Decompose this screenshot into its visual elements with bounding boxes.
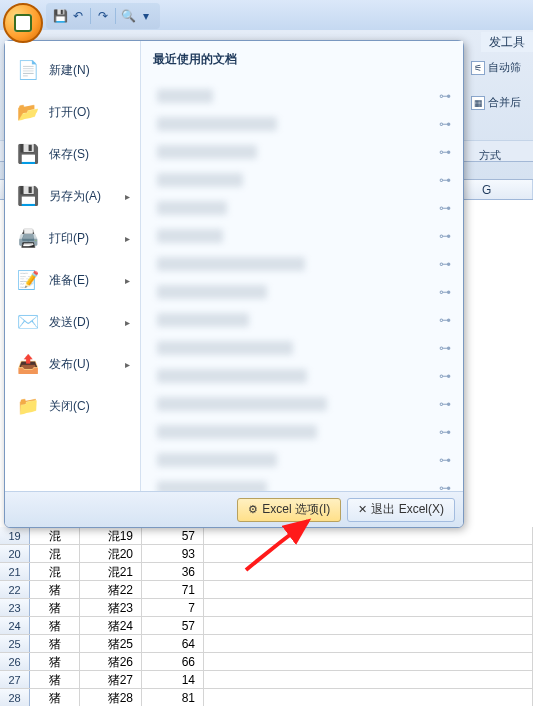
cell[interactable]: 57 xyxy=(142,527,204,544)
pin-icon[interactable]: ⊶ xyxy=(439,201,451,215)
row-header[interactable]: 25 xyxy=(0,635,30,652)
table-row[interactable]: 24猪猪2457 xyxy=(0,617,533,635)
recent-document-item[interactable]: ⊶ xyxy=(153,110,455,138)
row-header[interactable]: 26 xyxy=(0,653,30,670)
office-button[interactable] xyxy=(3,3,43,43)
cell[interactable] xyxy=(204,599,533,616)
recent-document-item[interactable]: ⊶ xyxy=(153,194,455,222)
table-row[interactable]: 19混混1957 xyxy=(0,527,533,545)
cell[interactable]: 14 xyxy=(142,671,204,688)
cell[interactable]: 混19 xyxy=(80,527,142,544)
pin-icon[interactable]: ⊶ xyxy=(439,369,451,383)
cell[interactable]: 混 xyxy=(30,527,80,544)
recent-document-item[interactable]: ⊶ xyxy=(153,166,455,194)
pin-icon[interactable]: ⊶ xyxy=(439,257,451,271)
pin-icon[interactable]: ⊶ xyxy=(439,397,451,411)
row-header[interactable]: 22 xyxy=(0,581,30,598)
recent-document-item[interactable]: ⊶ xyxy=(153,390,455,418)
pin-icon[interactable]: ⊶ xyxy=(439,453,451,467)
recent-document-item[interactable]: ⊶ xyxy=(153,306,455,334)
menu-close[interactable]: 📁 关闭(C) xyxy=(9,385,136,427)
table-row[interactable]: 28猪猪2881 xyxy=(0,689,533,706)
exit-excel-button[interactable]: ✕ 退出 Excel(X) xyxy=(347,498,455,522)
cell[interactable]: 猪24 xyxy=(80,617,142,634)
recent-document-item[interactable]: ⊶ xyxy=(153,82,455,110)
table-row[interactable]: 26猪猪2666 xyxy=(0,653,533,671)
row-header[interactable]: 19 xyxy=(0,527,30,544)
cell[interactable]: 猪27 xyxy=(80,671,142,688)
cell[interactable]: 93 xyxy=(142,545,204,562)
cell[interactable]: 猪 xyxy=(30,689,80,706)
cell[interactable]: 猪 xyxy=(30,671,80,688)
qat-dropdown-icon[interactable]: ▾ xyxy=(138,8,154,24)
cell[interactable]: 猪 xyxy=(30,635,80,652)
cell[interactable] xyxy=(204,563,533,580)
cell[interactable]: 71 xyxy=(142,581,204,598)
recent-document-item[interactable]: ⊶ xyxy=(153,250,455,278)
merge-button[interactable]: ▦合并后 xyxy=(469,91,531,114)
cell[interactable] xyxy=(204,689,533,706)
cell[interactable]: 猪28 xyxy=(80,689,142,706)
pin-icon[interactable]: ⊶ xyxy=(439,425,451,439)
recent-document-item[interactable]: ⊶ xyxy=(153,474,455,491)
cell[interactable]: 64 xyxy=(142,635,204,652)
pin-icon[interactable]: ⊶ xyxy=(439,481,451,491)
cell[interactable] xyxy=(204,653,533,670)
cell[interactable] xyxy=(204,635,533,652)
cell[interactable] xyxy=(204,581,533,598)
cell[interactable]: 猪 xyxy=(30,581,80,598)
pin-icon[interactable]: ⊶ xyxy=(439,313,451,327)
cell[interactable]: 猪 xyxy=(30,599,80,616)
excel-options-button[interactable]: ⚙ Excel 选项(I) xyxy=(237,498,341,522)
menu-new[interactable]: 📄 新建(N) xyxy=(9,49,136,91)
redo-icon[interactable]: ↷ xyxy=(95,8,111,24)
cell[interactable]: 猪25 xyxy=(80,635,142,652)
autofilter-button[interactable]: ⚟自动筛 xyxy=(469,56,531,79)
menu-save[interactable]: 💾 保存(S) xyxy=(9,133,136,175)
row-header[interactable]: 27 xyxy=(0,671,30,688)
cell[interactable]: 猪23 xyxy=(80,599,142,616)
recent-document-item[interactable]: ⊶ xyxy=(153,418,455,446)
print-preview-icon[interactable]: 🔍 xyxy=(120,8,136,24)
row-header[interactable]: 23 xyxy=(0,599,30,616)
menu-open[interactable]: 📂 打开(O) xyxy=(9,91,136,133)
table-row[interactable]: 20混混2093 xyxy=(0,545,533,563)
cell[interactable] xyxy=(204,617,533,634)
row-header[interactable]: 24 xyxy=(0,617,30,634)
pin-icon[interactable]: ⊶ xyxy=(439,285,451,299)
pin-icon[interactable]: ⊶ xyxy=(439,341,451,355)
cell[interactable]: 混 xyxy=(30,563,80,580)
pin-icon[interactable]: ⊶ xyxy=(439,117,451,131)
menu-saveas[interactable]: 💾 另存为(A) ▸ xyxy=(9,175,136,217)
table-row[interactable]: 22猪猪2271 xyxy=(0,581,533,599)
menu-publish[interactable]: 📤 发布(U) ▸ xyxy=(9,343,136,385)
worksheet-grid[interactable]: 19混混195720混混209321混混213622猪猪227123猪猪2372… xyxy=(0,527,533,706)
cell[interactable]: 66 xyxy=(142,653,204,670)
pin-icon[interactable]: ⊶ xyxy=(439,145,451,159)
cell[interactable]: 36 xyxy=(142,563,204,580)
table-row[interactable]: 23猪猪237 xyxy=(0,599,533,617)
cell[interactable]: 混21 xyxy=(80,563,142,580)
cell[interactable]: 7 xyxy=(142,599,204,616)
cell[interactable]: 81 xyxy=(142,689,204,706)
tab-developer[interactable]: 发工具 xyxy=(481,32,533,52)
cell[interactable]: 混 xyxy=(30,545,80,562)
cell[interactable]: 猪26 xyxy=(80,653,142,670)
row-header[interactable]: 21 xyxy=(0,563,30,580)
pin-icon[interactable]: ⊶ xyxy=(439,89,451,103)
menu-prepare[interactable]: 📝 准备(E) ▸ xyxy=(9,259,136,301)
pin-icon[interactable]: ⊶ xyxy=(439,173,451,187)
pin-icon[interactable]: ⊶ xyxy=(439,229,451,243)
menu-print[interactable]: 🖨️ 打印(P) ▸ xyxy=(9,217,136,259)
cell[interactable]: 猪 xyxy=(30,617,80,634)
cell[interactable]: 混20 xyxy=(80,545,142,562)
recent-document-item[interactable]: ⊶ xyxy=(153,278,455,306)
cell[interactable]: 猪22 xyxy=(80,581,142,598)
save-icon[interactable]: 💾 xyxy=(52,8,68,24)
table-row[interactable]: 27猪猪2714 xyxy=(0,671,533,689)
recent-document-item[interactable]: ⊶ xyxy=(153,362,455,390)
cell[interactable]: 57 xyxy=(142,617,204,634)
cell[interactable] xyxy=(204,671,533,688)
table-row[interactable]: 25猪猪2564 xyxy=(0,635,533,653)
recent-document-item[interactable]: ⊶ xyxy=(153,222,455,250)
